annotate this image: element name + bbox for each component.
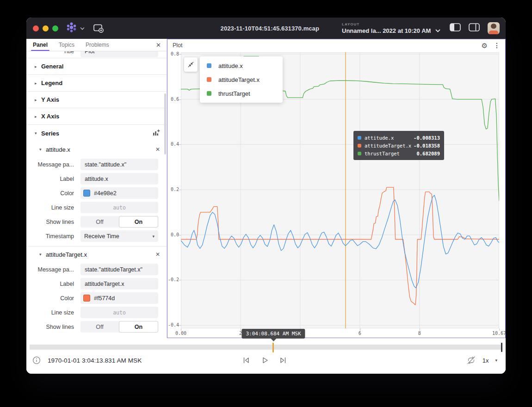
- message-path-label: Message pa...: [26, 161, 80, 168]
- show-lines-on-button[interactable]: On: [119, 321, 158, 333]
- panel-more-kebab-icon[interactable]: ⋮: [494, 42, 500, 49]
- add-series-button[interactable]: [152, 129, 160, 138]
- plot-panel-title: Plot: [173, 42, 183, 49]
- section-general[interactable]: ▸ General: [26, 58, 167, 75]
- layout-chevron-icon: [435, 29, 440, 33]
- series-color-swatch: [358, 136, 361, 140]
- tab-problems[interactable]: Problems: [84, 39, 111, 51]
- seek-forward-button[interactable]: [279, 356, 287, 364]
- y-tick-mark: [179, 325, 181, 326]
- color-label: Color: [26, 190, 80, 197]
- expanded-caret-icon: ▾: [35, 131, 41, 136]
- loop-playback-button[interactable]: [466, 356, 476, 365]
- section-y-axis[interactable]: ▸ Y Axis: [26, 92, 167, 108]
- remove-series-icon[interactable]: ✕: [155, 252, 160, 257]
- section-series[interactable]: ▾ Series: [26, 125, 167, 142]
- data-source-info-button[interactable]: [32, 356, 41, 365]
- legend-item-attitude-x[interactable]: attitude.x: [200, 59, 283, 73]
- y-tick-mark: [179, 99, 181, 100]
- y-tick-mark: [179, 190, 181, 190]
- show-lines-on-button[interactable]: On: [119, 216, 158, 228]
- user-avatar[interactable]: [488, 22, 500, 34]
- line-size-label: Line size: [26, 204, 80, 211]
- tab-panel[interactable]: Panel: [31, 39, 49, 51]
- timestamp-select[interactable]: Receive Time ▾: [80, 230, 158, 242]
- timeline-playhead-marker[interactable]: [501, 343, 502, 352]
- timeline-scrubber[interactable]: [30, 345, 501, 350]
- label-label: Label: [26, 176, 80, 182]
- layout-label: LAYOUT: [342, 22, 440, 26]
- y-tick-label: -0.4: [167, 322, 179, 327]
- series-label-input[interactable]: [80, 173, 158, 185]
- line-size-input[interactable]: [80, 307, 158, 318]
- foxglove-logo-icon[interactable]: [66, 21, 77, 35]
- settings-sidebar: Panel Topics Problems ✕ Title ▸ General …: [26, 39, 167, 338]
- plot-hover-tooltip: attitude.x -0.008313 attitudeTarget.x -0…: [353, 131, 444, 160]
- series-color-swatch: [358, 144, 361, 148]
- seek-backward-button[interactable]: [242, 356, 250, 364]
- y-tick-label: 0.2: [167, 187, 179, 192]
- color-input[interactable]: #4e98e2: [80, 187, 158, 199]
- section-legend[interactable]: ▸ Legend: [26, 75, 167, 92]
- skip-next-icon: [279, 356, 287, 364]
- current-timestamp: 1970-01-01 3:04:13.831 AM MSK: [48, 357, 142, 364]
- tooltip-row: thrustTarget 0.682089: [358, 149, 440, 157]
- tooltip-row: attitude.x -0.008313: [358, 134, 440, 142]
- color-swatch[interactable]: [83, 190, 90, 197]
- x-tick-label: 8: [409, 331, 430, 336]
- color-swatch[interactable]: [83, 295, 90, 302]
- right-sidebar-toggle-button[interactable]: [469, 23, 480, 33]
- close-window-button[interactable]: [33, 25, 39, 31]
- tab-topics[interactable]: Topics: [57, 39, 76, 51]
- sidebar-close-icon[interactable]: ✕: [156, 42, 161, 48]
- y-tick-label: -0.2: [167, 277, 179, 282]
- collapsed-caret-icon: ▸: [35, 64, 41, 69]
- legend-collapse-button[interactable]: [184, 57, 198, 72]
- message-path-input[interactable]: [80, 264, 158, 275]
- series-color-swatch: [207, 77, 211, 82]
- series-group-attitude-x: ▾ attitude.x ✕ Message pa... Label Color: [26, 142, 167, 247]
- timeline-hover-marker[interactable]: [272, 343, 274, 352]
- y-tick-mark: [179, 235, 181, 235]
- y-tick-mark: [179, 54, 181, 55]
- right-sidebar-icon: [469, 23, 480, 31]
- y-tick-label: 0.4: [167, 142, 179, 147]
- left-sidebar-toggle-button[interactable]: [450, 23, 461, 33]
- remove-series-icon[interactable]: ✕: [155, 147, 160, 152]
- zoom-window-button[interactable]: [52, 25, 58, 31]
- series-header-attitude-x[interactable]: ▾ attitude.x ✕: [26, 142, 167, 157]
- color-input[interactable]: #f5774d: [80, 292, 158, 304]
- legend-item-thrust-target[interactable]: thrustTarget: [200, 86, 283, 100]
- line-size-label: Line size: [26, 309, 80, 316]
- plot-panel: Plot ⚙ ⋮ 0.80.60.40.20.0-0.2-0.4 0.00246…: [167, 39, 506, 338]
- y-tick-mark: [179, 280, 181, 280]
- tooltip-row: attitudeTarget.x -0.018358: [358, 142, 440, 149]
- color-hex-value: #4e98e2: [94, 190, 117, 197]
- playback-speed[interactable]: 1x: [483, 357, 489, 364]
- app-window: 2023-11-10T04:51:45.631370.mcap LAYOUT U…: [26, 18, 506, 374]
- line-size-input[interactable]: [80, 202, 158, 213]
- color-label: Color: [26, 295, 80, 302]
- add-series-icon: [152, 129, 160, 136]
- minimize-window-button[interactable]: [43, 25, 49, 31]
- show-lines-off-button[interactable]: Off: [80, 321, 119, 333]
- series-color-swatch: [207, 91, 211, 96]
- play-button[interactable]: [260, 356, 269, 364]
- show-lines-toggle: Off On: [80, 321, 158, 333]
- x-tick-label: 6: [350, 331, 370, 336]
- show-lines-label: Show lines: [26, 219, 80, 225]
- layout-selector[interactable]: LAYOUT Unnamed la... 2022 at 10:20 AM: [342, 18, 440, 39]
- section-x-axis[interactable]: ▸ X Axis: [26, 108, 167, 125]
- panel-settings-gear-icon[interactable]: ⚙: [482, 42, 488, 49]
- speed-chevron-icon[interactable]: ▾: [495, 358, 497, 363]
- message-path-input[interactable]: [80, 159, 158, 170]
- series-label-input[interactable]: [80, 278, 158, 290]
- show-lines-off-button[interactable]: Off: [80, 216, 119, 228]
- panel-title-input[interactable]: [80, 51, 158, 57]
- series-header-attitude-target-x[interactable]: ▾ attitudeTarget.x ✕: [26, 247, 167, 262]
- new-window-button[interactable]: [93, 24, 105, 33]
- app-menu-chevron-icon[interactable]: [80, 24, 85, 32]
- sidebar-scrollbar[interactable]: [164, 93, 166, 154]
- legend-item-attitude-target-x[interactable]: attitudeTarget.x: [200, 73, 283, 86]
- x-tick-mark: [499, 328, 500, 331]
